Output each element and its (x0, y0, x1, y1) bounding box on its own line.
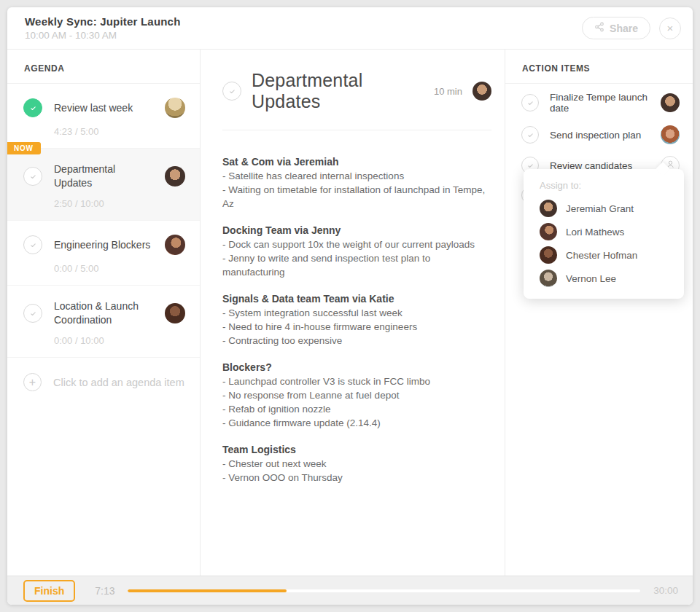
agenda-item-review-last-week[interactable]: Review last week 4:23 / 5:00 (7, 84, 200, 149)
meeting-header-text: Weekly Sync: Jupiter Launch 10:00 AM - 1… (25, 15, 582, 41)
person-name: Chester Hofman (566, 250, 637, 261)
assign-popup: Assign to: Jeremiah Grant Lori Mathews C… (524, 169, 684, 299)
agenda-heading: AGENDA (7, 50, 200, 84)
share-icon (594, 22, 604, 34)
share-button-label: Share (610, 23, 638, 34)
action-item-label: Send inspection plan (550, 130, 650, 141)
plus-icon: + (23, 373, 42, 391)
meeting-header: Weekly Sync: Jupiter Launch 10:00 AM - 1… (7, 7, 693, 50)
note-line: - Chester out next week (222, 457, 491, 471)
note-section-heading: Sat & Com via Jeremiah (222, 155, 491, 169)
check-icon[interactable] (521, 126, 539, 144)
note-section: Signals & Data team Team via Katie - Sys… (222, 292, 491, 348)
note-section-heading: Team Logistics (222, 443, 491, 457)
note-section: Sat & Com via Jeremiah - Satellite has c… (222, 155, 491, 211)
check-icon[interactable] (23, 235, 42, 254)
agenda-item-engineering-blockers[interactable]: Engineering Blockers 0:00 / 5:00 (7, 221, 200, 286)
agenda-item-title: Location & Launch Coordination (54, 299, 153, 327)
note-line: - Need to hire 4 in-house firmware engin… (222, 320, 491, 334)
agenda-item-title: Departmental Updates (54, 162, 153, 190)
check-icon[interactable] (222, 82, 241, 101)
close-button[interactable]: × (659, 17, 681, 39)
assign-person-jeremiah-grant[interactable]: Jeremiah Grant (540, 200, 684, 217)
note-section-heading: Blockers? (222, 361, 491, 374)
note-section-heading: Docking Team via Jenny (222, 224, 491, 238)
note-line: - Vernon OOO on Thursday (222, 471, 491, 484)
notes-duration: 10 min (434, 86, 462, 97)
elapsed-time: 7:13 (95, 585, 114, 597)
note-section: Blockers? - Launchpad controller V3 is s… (222, 361, 491, 430)
action-items-heading: ACTION ITEMS (505, 50, 693, 84)
now-badge: NOW (7, 142, 41, 154)
meeting-time-range: 10:00 AM - 10:30 AM (25, 30, 582, 41)
avatar (540, 223, 557, 240)
note-section-heading: Signals & Data team Team via Katie (222, 292, 491, 306)
notes-panel: Departmental Updates 10 min Sat & Com vi… (201, 50, 505, 576)
avatar (472, 82, 491, 101)
person-name: Jeremiah Grant (566, 203, 634, 214)
meeting-window: Weekly Sync: Jupiter Launch 10:00 AM - 1… (7, 7, 693, 605)
avatar (661, 93, 680, 112)
notes-body[interactable]: Sat & Com via Jeremiah - Satellite has c… (222, 130, 491, 484)
avatar (661, 125, 680, 144)
avatar (165, 303, 185, 323)
agenda-item-title: Review last week (54, 101, 153, 115)
note-line: - Launchpad controller V3 is stuck in FC… (222, 374, 491, 388)
person-name: Vernon Lee (566, 273, 616, 284)
avatar (540, 246, 557, 264)
finish-button[interactable]: Finish (23, 580, 75, 602)
action-item-send-inspection-plan[interactable]: Send inspection plan (505, 122, 693, 148)
note-line: - No response from Leanne at fuel depot (222, 388, 491, 402)
note-line: - System integration successful last wee… (222, 306, 491, 320)
notes-title: Departmental Updates (252, 70, 421, 112)
assign-person-lori-mathews[interactable]: Lori Mathews (540, 223, 684, 240)
meeting-footer: Finish 7:13 30:00 (7, 576, 693, 605)
assign-person-chester-hofman[interactable]: Chester Hofman (540, 246, 684, 264)
avatar (540, 200, 557, 217)
meeting-title: Weekly Sync: Jupiter Launch (25, 15, 582, 28)
share-button[interactable]: Share (582, 17, 650, 39)
action-items-panel: ACTION ITEMS Finalize Tempe launch date … (505, 50, 693, 576)
add-agenda-item-label: Click to add an agenda item (53, 377, 184, 388)
check-icon[interactable] (23, 304, 42, 323)
total-time: 30:00 (653, 585, 678, 596)
note-line: - Waiting on timetable for installation … (222, 183, 491, 211)
avatar (165, 166, 185, 187)
action-item-finalize-tempe[interactable]: Finalize Tempe launch date (505, 88, 693, 117)
note-line: - Guidance firmware update (2.14.4) (222, 416, 491, 430)
note-section: Team Logistics - Chester out next week -… (222, 443, 491, 484)
avatar (165, 235, 185, 255)
agenda-item-time: 4:23 / 5:00 (54, 126, 185, 137)
agenda-item-time: 0:00 / 5:00 (54, 263, 185, 274)
notes-header: Departmental Updates 10 min (222, 50, 491, 130)
assign-popup-title: Assign to: (540, 180, 684, 191)
check-icon[interactable] (521, 94, 539, 111)
add-agenda-item-button[interactable]: + Click to add an agenda item (7, 358, 200, 407)
check-icon[interactable] (23, 167, 42, 186)
meeting-progress-bar[interactable] (128, 589, 640, 592)
agenda-item-time: 2:50 / 10:00 (54, 198, 185, 209)
person-name: Lori Mathews (566, 227, 624, 238)
avatar (540, 270, 557, 287)
agenda-panel: AGENDA Review last week 4:23 / 5:00 NOW (7, 50, 201, 576)
note-line: - Refab of ignition nozzle (222, 402, 491, 416)
note-line: - Jenny to write and send inspection tes… (222, 251, 491, 279)
agenda-item-time: 0:00 / 10:00 (54, 335, 185, 346)
agenda-item-departmental-updates[interactable]: NOW Departmental Updates 2:50 / 10:00 (7, 149, 200, 221)
main-columns: AGENDA Review last week 4:23 / 5:00 NOW (7, 50, 693, 576)
close-icon: × (667, 22, 674, 34)
progress-fill (128, 589, 287, 592)
action-item-label: Finalize Tempe launch date (550, 92, 650, 114)
note-line: - Contracting too expensive (222, 334, 491, 348)
agenda-item-location-launch-coordination[interactable]: Location & Launch Coordination 0:00 / 10… (7, 286, 200, 358)
note-section: Docking Team via Jenny - Dock can suppor… (222, 224, 491, 279)
note-line: - Satellite has cleared internal inspect… (222, 169, 491, 183)
note-line: - Dock can support 10x the weight of our… (222, 238, 491, 251)
agenda-item-title: Engineering Blockers (54, 238, 153, 252)
check-icon[interactable] (23, 98, 42, 117)
avatar (165, 98, 185, 118)
assign-person-vernon-lee[interactable]: Vernon Lee (540, 270, 684, 287)
